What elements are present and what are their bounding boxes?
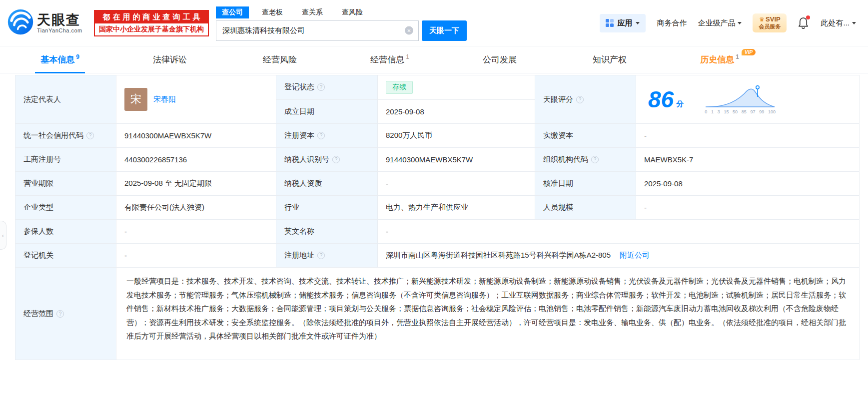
- table-row: 工商注册号 440300226857136 纳税人识别号? 91440300MA…: [15, 148, 859, 172]
- logo-text-en: TianYanCha.com: [37, 27, 82, 33]
- help-icon[interactable]: ?: [56, 310, 64, 318]
- chevron-down-icon: [636, 22, 640, 24]
- help-icon[interactable]: ?: [317, 252, 325, 259]
- company-type-value: 有限责任公司(法人独资): [116, 196, 276, 219]
- score-number: 86: [648, 88, 674, 111]
- score-label: 天眼评分?: [535, 75, 636, 123]
- establish-date-label: 成立日期: [276, 100, 378, 124]
- user-name: 此处有...: [821, 18, 850, 28]
- tianyancha-logo-icon: [7, 8, 34, 37]
- reg-capital-value: 8200万人民币: [378, 124, 535, 147]
- nearby-companies-link[interactable]: 附近公司: [620, 251, 650, 260]
- table-row: 营业期限 2025-09-08 至 无固定期限 纳税人资质 - 核准日期 202…: [15, 172, 859, 196]
- company-info-table: 法定代表人 宋 宋春阳 登记状态? 存续 成立日期 2025-09-08 天眼评…: [15, 75, 860, 360]
- tab-count: 9: [76, 53, 79, 60]
- search-tab-risk[interactable]: 查风险: [336, 6, 369, 18]
- table-row: 统一社会信用代码? 91440300MAEWBX5K7W 注册资本? 8200万…: [15, 124, 859, 148]
- company-type-label: 企业类型: [15, 196, 116, 219]
- chevron-down-icon: [738, 22, 742, 24]
- tab-company-development[interactable]: 公司发展: [445, 46, 555, 73]
- search-tab-company[interactable]: 查公司: [216, 6, 249, 18]
- notification-dot: [806, 15, 810, 19]
- tab-legal-proceedings[interactable]: 法律诉讼: [115, 46, 225, 73]
- search-tab-relation[interactable]: 查关系: [296, 6, 329, 18]
- business-term-value: 2025-09-08 至 无固定期限: [116, 172, 276, 195]
- credit-code-label: 统一社会信用代码?: [15, 124, 116, 147]
- table-row: 参保人数 - 英文名称 -: [15, 220, 859, 244]
- user-account-menu[interactable]: 此处有...: [821, 18, 856, 28]
- apps-label: 应用: [617, 18, 632, 28]
- logo-text-cn: 天眼查: [37, 12, 82, 27]
- english-name-value: -: [378, 220, 859, 243]
- status-badge: 存续: [386, 81, 413, 94]
- tab-intellectual-property[interactable]: 知识产权: [555, 46, 665, 73]
- tab-history-info[interactable]: 历史信息1 VIP: [665, 46, 775, 73]
- apps-grid-icon: [606, 19, 614, 27]
- business-cooperation-link[interactable]: 商务合作: [657, 18, 687, 28]
- help-icon[interactable]: ?: [591, 156, 599, 163]
- reg-status-value: 存续: [378, 75, 535, 99]
- search-input[interactable]: [216, 21, 418, 40]
- table-row: 登记机关 - 注册地址? 深圳市南山区粤海街道科技园社区科苑路15号科兴科学园A…: [15, 244, 859, 268]
- chevron-left-icon: ‹: [2, 232, 4, 239]
- table-row: 企业类型 有限责任公司(法人独资) 行业 电力、热力生产和供应业 人员规模 -: [15, 196, 859, 220]
- insured-count-value: -: [116, 220, 276, 243]
- legal-rep-avatar[interactable]: 宋: [124, 88, 147, 111]
- table-row: 经营范围? 一般经营项目是：技术服务、技术开发、技术咨询、技术交流、技术转让、技…: [15, 268, 859, 360]
- score-axis: 0131550859799100: [705, 109, 776, 114]
- org-code-value: MAEWBX5K-7: [636, 148, 859, 171]
- help-icon[interactable]: ?: [317, 83, 325, 91]
- approval-date-label: 核准日期: [535, 172, 636, 195]
- business-term-label: 营业期限: [15, 172, 116, 195]
- help-icon[interactable]: ?: [332, 156, 340, 163]
- staff-size-value: -: [636, 196, 859, 219]
- header-right: 应用 商务合作 企业级产品 ♛SVIP 会员服务 此处有...: [600, 13, 856, 32]
- reg-address-value: 深圳市南山区粤海街道科技园社区科苑路15号科兴科学园A栋A2-805 附近公司: [378, 244, 859, 267]
- help-icon[interactable]: ?: [317, 132, 325, 139]
- search-input-wrap: ✕: [216, 20, 419, 41]
- business-scope-value: 一般经营项目是：技术服务、技术开发、技术咨询、技术交流、技术转让、技术推广；新兴…: [116, 268, 859, 360]
- score-chart: 0131550859799100: [705, 85, 776, 114]
- header: 天眼查 TianYanCha.com 都在用的商业查询工具 国家中小企业发展子基…: [0, 0, 868, 46]
- tab-operation-risk[interactable]: 经营风险: [225, 46, 335, 73]
- promo-line-2: 国家中小企业发展子基金旗下机构: [95, 23, 208, 35]
- credit-code-value: 91440300MAEWBX5K7W: [116, 124, 276, 147]
- search-tabs: 查公司 查老板 查关系 查风险: [216, 5, 470, 19]
- apps-button[interactable]: 应用: [600, 14, 646, 32]
- help-icon[interactable]: ?: [86, 132, 94, 139]
- reg-number-label: 工商注册号: [15, 148, 116, 171]
- search-button[interactable]: 天眼一下: [422, 20, 467, 41]
- establish-date-value: 2025-09-08: [378, 100, 535, 124]
- section-tabs: 基本信息9 法律诉讼 经营风险 经营信息1 公司发展 知识产权 历史信息1 VI…: [0, 46, 868, 73]
- help-icon[interactable]: ?: [576, 96, 584, 103]
- paid-capital-value: -: [636, 124, 859, 147]
- enterprise-products-link[interactable]: 企业级产品: [698, 18, 742, 28]
- score-value: 86 分 0131550859799100: [636, 75, 859, 123]
- promo-banner: 都在用的商业查询工具 国家中小企业发展子基金旗下机构: [94, 10, 209, 36]
- reg-authority-value: -: [116, 244, 276, 267]
- english-name-label: 英文名称: [276, 220, 378, 243]
- business-scope-label: 经营范围?: [15, 268, 116, 360]
- legal-rep-name-link[interactable]: 宋春阳: [153, 95, 176, 104]
- notification-bell-button[interactable]: [798, 16, 810, 29]
- tab-count: 1: [736, 53, 739, 60]
- legal-rep-label: 法定代表人: [15, 75, 116, 123]
- reg-capital-label: 注册资本?: [276, 124, 378, 147]
- chevron-down-icon: [852, 22, 856, 24]
- bell-icon: [798, 22, 809, 31]
- taxpayer-id-label: 纳税人识别号?: [276, 148, 378, 171]
- svip-member-button[interactable]: ♛SVIP 会员服务: [753, 13, 787, 32]
- tianyancha-logo[interactable]: 天眼查 TianYanCha.com: [7, 8, 91, 37]
- side-panel-handle[interactable]: ‹: [0, 221, 6, 250]
- reg-address-label: 注册地址?: [276, 244, 378, 267]
- reg-authority-label: 登记机关: [15, 244, 116, 267]
- tab-basic-info[interactable]: 基本信息9: [5, 46, 115, 73]
- tab-operation-info[interactable]: 经营信息1: [335, 46, 445, 73]
- taxpayer-id-value: 91440300MAEWBX5K7W: [378, 148, 535, 171]
- staff-size-label: 人员规模: [535, 196, 636, 219]
- reg-status-label: 登记状态?: [276, 75, 378, 99]
- clear-icon[interactable]: ✕: [405, 26, 413, 35]
- paid-capital-label: 实缴资本: [535, 124, 636, 147]
- search-tab-boss[interactable]: 查老板: [256, 6, 289, 18]
- legal-rep-value: 宋 宋春阳: [116, 75, 276, 123]
